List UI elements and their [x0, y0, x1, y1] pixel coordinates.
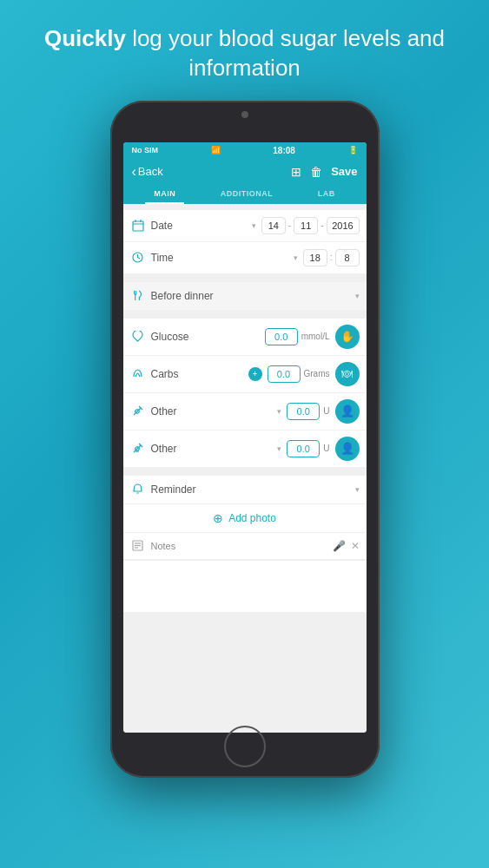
syringe2-icon [130, 441, 146, 457]
time-fields: 18 : 8 [303, 249, 360, 266]
clock-icon [130, 250, 146, 266]
time-label: 18:08 [273, 146, 295, 155]
notes-textarea-area[interactable] [123, 560, 367, 612]
bell-icon [130, 482, 146, 497]
back-label: Back [138, 165, 163, 178]
insulin1-input[interactable]: 0.0 [287, 403, 320, 420]
carbs-icon [130, 366, 146, 382]
insulin2-input[interactable]: 0.0 [287, 440, 320, 457]
carbs-action-button[interactable]: 🍽 [335, 362, 360, 386]
insulin2-input-group: 0.0 U [287, 440, 329, 457]
headline-text: log your blood sugar levels and informat… [126, 25, 445, 81]
insulin2-row: Other ▾ 0.0 U 👤 [123, 431, 367, 467]
headline-bold: Quickly [44, 25, 126, 51]
wifi-icon: 📶 [211, 146, 221, 155]
carbs-input-group: 0.0 Grams [268, 365, 330, 383]
form-area: Date ▾ 14 - 11 - 2016 [123, 204, 367, 733]
meal-chevron-icon: ▾ [355, 292, 360, 300]
date-year[interactable]: 2016 [327, 217, 360, 234]
insulin1-action-button[interactable]: 👤 [335, 399, 360, 424]
notes-row: Notes 🎤 ✕ [123, 533, 367, 559]
nav-icons: ⊞ 🗑 Save [291, 165, 357, 179]
food-icon: 🍽 [341, 367, 353, 380]
carbs-input[interactable]: 0.0 [268, 365, 301, 383]
meal-icon [130, 288, 146, 304]
separator-1 [123, 274, 367, 281]
save-button[interactable]: Save [331, 165, 357, 178]
insulin2-unit: U [323, 444, 329, 453]
status-right: 🔋 [348, 146, 358, 155]
battery-icon: 🔋 [348, 146, 358, 155]
insulin2-chevron-icon: ▾ [277, 444, 281, 453]
back-arrow-icon: ‹ [132, 164, 136, 180]
time-label: Time ▾ [151, 252, 298, 264]
insulin2-select[interactable]: Other ▾ [151, 443, 282, 455]
grid-icon[interactable]: ⊞ [291, 165, 301, 179]
add-photo-icon: ⊕ [213, 511, 223, 525]
time-minute[interactable]: 8 [335, 249, 360, 266]
phone-screen: No SIM 📶 18:08 🔋 ‹ Back ⊞ 🗑 Save MAIN AD… [123, 142, 367, 733]
add-photo-row[interactable]: ⊕ Add photo [123, 504, 367, 532]
date-month[interactable]: 11 [294, 217, 318, 234]
phone-shell: No SIM 📶 18:08 🔋 ‹ Back ⊞ 🗑 Save MAIN AD… [110, 101, 380, 778]
tab-lab[interactable]: LAB [309, 185, 344, 204]
notes-icon [130, 538, 146, 554]
time-row: Time ▾ 18 : 8 [123, 242, 367, 273]
date-fields: 14 - 11 - 2016 [261, 217, 360, 234]
time-chevron-icon: ▾ [294, 253, 298, 262]
insulin2-label: Other [151, 443, 275, 455]
carrier-label: No SIM [132, 146, 159, 155]
insulin1-row: Other ▾ 0.0 U 👤 [123, 393, 367, 430]
insulin1-select[interactable]: Other ▾ [151, 405, 282, 418]
status-bar: No SIM 📶 18:08 🔋 [123, 142, 367, 159]
clear-icon[interactable]: ✕ [351, 540, 360, 552]
tab-main[interactable]: MAIN [145, 185, 184, 204]
carbs-row: Carbs + 0.0 Grams 🍽 [123, 356, 367, 392]
reminder-row[interactable]: Reminder ▾ [123, 476, 367, 503]
date-label: Date ▾ [151, 220, 256, 232]
separator-2 [123, 311, 367, 318]
time-hour[interactable]: 18 [303, 249, 327, 266]
glucose-action-button[interactable]: ✋ [335, 325, 360, 349]
hand-icon: ✋ [340, 330, 354, 343]
meal-label: Before dinner [151, 290, 350, 302]
carbs-plus-icon[interactable]: + [248, 367, 262, 381]
notes-label: Notes [151, 541, 327, 551]
headline: Quickly log your blood sugar levels and … [0, 0, 489, 101]
tab-additional[interactable]: ADDITIONAL [212, 185, 282, 204]
glucose-unit: mmol/L [301, 332, 330, 341]
insulin2-action-button[interactable]: 👤 [335, 437, 360, 461]
insulin1-chevron-icon: ▾ [277, 407, 281, 416]
notes-icons: 🎤 ✕ [333, 540, 360, 552]
syringe1-icon [130, 404, 146, 419]
reminder-chevron-icon: ▾ [355, 485, 360, 494]
reminder-label: Reminder [151, 483, 350, 496]
carbs-unit: Grams [304, 369, 330, 378]
date-day[interactable]: 14 [261, 217, 286, 234]
svg-rect-0 [133, 221, 143, 231]
date-row: Date ▾ 14 - 11 - 2016 [123, 210, 367, 241]
back-button[interactable]: ‹ Back [132, 164, 163, 180]
person1-icon: 👤 [340, 404, 354, 418]
separator-3 [123, 468, 367, 475]
mic-icon[interactable]: 🎤 [333, 540, 346, 552]
glucose-input[interactable]: 0.0 [265, 328, 298, 345]
person2-icon: 👤 [340, 442, 354, 455]
glucose-label: Glucose [151, 331, 260, 343]
add-photo-label: Add photo [228, 512, 276, 524]
tab-bar: MAIN ADDITIONAL LAB [123, 185, 367, 204]
date-chevron-icon: ▾ [252, 221, 256, 230]
meal-row[interactable]: Before dinner ▾ [123, 282, 367, 310]
nav-bar: ‹ Back ⊞ 🗑 Save [123, 159, 367, 185]
insulin1-input-group: 0.0 U [287, 403, 329, 420]
insulin1-label: Other [151, 405, 275, 418]
glucose-input-group: 0.0 mmol/L [265, 328, 330, 345]
glucose-icon [130, 329, 146, 345]
carbs-label: Carbs [151, 368, 243, 380]
trash-icon[interactable]: 🗑 [310, 165, 322, 179]
calendar-icon [130, 218, 146, 233]
insulin1-unit: U [323, 406, 329, 416]
glucose-row: Glucose 0.0 mmol/L ✋ [123, 319, 367, 355]
